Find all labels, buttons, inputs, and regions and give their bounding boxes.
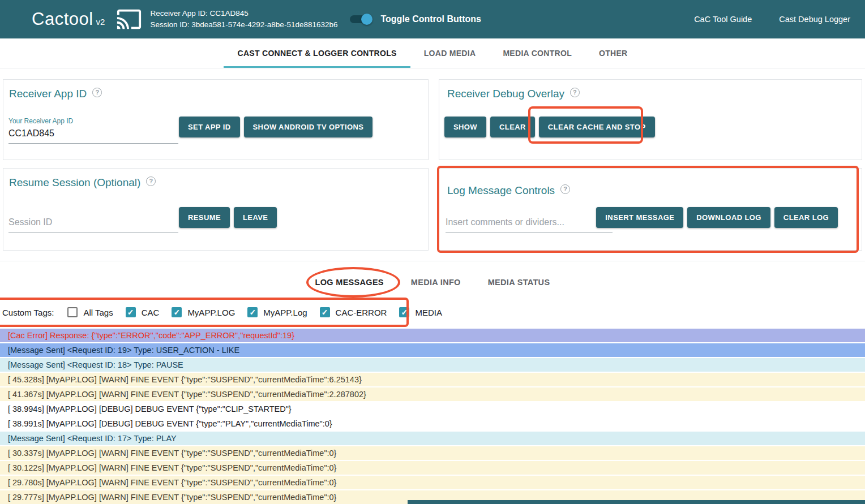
session-info: Receiver App ID: CC1AD845 Session ID: 3b… (150, 8, 337, 31)
log-row: [ 38.991s] [MyAPP.LOG] [DEBUG] DEBUG EVE… (0, 417, 865, 432)
log-row: [ 45.328s] [MyAPP.LOG] [WARN] FINE EVENT… (0, 373, 865, 387)
checkbox-checked-icon[interactable]: ✓ (399, 307, 409, 317)
help-icon[interactable]: ? (560, 184, 570, 194)
custom-tags-label: Custom Tags: (2, 308, 54, 317)
clear-cache-and-stop-button[interactable]: CLEAR CACHE AND STOP (539, 117, 655, 137)
panel-receiver-app-id: Receiver App ID ? Your Receiver App ID S… (3, 79, 429, 160)
show-overlay-button[interactable]: SHOW (444, 117, 486, 137)
custom-tag-label: MyAPP.LOG (187, 308, 235, 317)
log-row: [ 38.994s] [MyAPP.LOG] [DEBUG] DEBUG EVE… (0, 402, 865, 417)
toggle-thumb-icon (361, 14, 372, 25)
insert-message-button[interactable]: INSERT MESSAGE (596, 207, 683, 228)
log-comment-input[interactable] (446, 215, 613, 232)
checkbox-unchecked-icon[interactable] (67, 307, 78, 317)
control-buttons-toggle[interactable] (350, 15, 370, 23)
tab-cast-connect-logger-controls[interactable]: CAST CONNECT & LOGGER CONTROLS (224, 38, 410, 68)
log-row: [ 41.367s] [MyAPP.LOG] [WARN] FINE EVENT… (0, 387, 865, 402)
custom-tag-label: MEDIA (415, 308, 442, 317)
tab-load-media[interactable]: LOAD MEDIA (410, 38, 490, 68)
custom-tags-row: Custom Tags: All Tags✓CAC✓MyAPP.LOG✓MyAP… (0, 298, 455, 326)
session-id-input[interactable] (8, 215, 178, 232)
custom-tag-myapp-log[interactable]: ✓MyAPP.Log (247, 307, 307, 317)
main-tab-bar: CAST CONNECT & LOGGER CONTROLS LOAD MEDI… (0, 38, 865, 68)
panel-title: Receiver App ID ? (9, 88, 102, 100)
custom-tag-media[interactable]: ✓MEDIA (399, 307, 442, 317)
custom-tag-cac[interactable]: ✓CAC (126, 307, 160, 317)
session-id-text: Session ID: 3bdea581-574e-4292-a8be-51de… (150, 19, 337, 31)
panel-title: Log Message Controls ? (447, 184, 570, 197)
download-log-button[interactable]: DOWNLOAD LOG (687, 207, 770, 228)
log-rows: [Cac Error] Response: {"type":"ERROR","c… (0, 329, 865, 504)
custom-tag-cac-error[interactable]: ✓CAC-ERROR (320, 307, 387, 317)
custom-tag-label: CAC-ERROR (336, 308, 387, 317)
panel-receiver-debug-overlay: Receiver Debug Overlay ? SHOW CLEAR CLEA… (439, 79, 862, 160)
log-row: [ 30.337s] [MyAPP.LOG] [WARN] FINE EVENT… (0, 446, 865, 461)
custom-tag-myapp-log[interactable]: ✓MyAPP.LOG (172, 307, 235, 317)
help-icon[interactable]: ? (570, 88, 580, 97)
receiver-app-id-input-block: Your Receiver App ID (8, 117, 178, 144)
partial-divider-bar (408, 500, 865, 504)
app-logo: Cactool v2 (32, 9, 105, 29)
section-divider (0, 261, 865, 261)
log-row: [Message Sent] <Request ID: 19> Type: US… (0, 343, 865, 358)
toggle-label: Toggle Control Buttons (380, 14, 481, 24)
log-tab-bar: LOG MESSAGES MEDIA INFO MEDIA STATUS (0, 266, 865, 298)
clear-overlay-button[interactable]: CLEAR (490, 117, 535, 137)
tab-media-status[interactable]: MEDIA STATUS (474, 278, 564, 287)
log-row: [Message Sent] <Request ID: 17> Type: PL… (0, 432, 865, 446)
log-row: [Cac Error] Response: {"type":"ERROR","c… (0, 329, 865, 343)
panel-title-text: Receiver Debug Overlay (447, 88, 564, 100)
clear-log-button[interactable]: CLEAR LOG (774, 207, 838, 228)
custom-tags-list: All Tags✓CAC✓MyAPP.LOG✓MyAPP.Log✓CAC-ERR… (67, 307, 455, 317)
panel-resume-session: Resume Session (Optional) ? RESUME LEAVE (3, 168, 429, 251)
set-app-id-button[interactable]: SET APP ID (179, 117, 240, 137)
panel-title: Receiver Debug Overlay ? (447, 88, 580, 100)
app-title: Cactool (32, 9, 93, 29)
custom-tag-label: All Tags (83, 308, 113, 317)
checkbox-checked-icon[interactable]: ✓ (247, 307, 258, 317)
resume-button[interactable]: RESUME (179, 207, 230, 228)
receiver-app-id-input[interactable] (8, 126, 178, 144)
header-links: CaC Tool Guide Cast Debug Logger (694, 15, 850, 24)
checkbox-checked-icon[interactable]: ✓ (126, 307, 136, 317)
leave-button[interactable]: LEAVE (234, 207, 277, 228)
session-id-input-block (8, 215, 178, 232)
checkbox-checked-icon[interactable]: ✓ (172, 307, 182, 317)
tab-log-messages[interactable]: LOG MESSAGES (302, 278, 397, 287)
log-row: [Message Sent] <Request ID: 18> Type: PA… (0, 358, 865, 373)
tab-other[interactable]: OTHER (585, 38, 641, 68)
cast-debug-logger-link[interactable]: Cast Debug Logger (779, 15, 850, 24)
panel-title-text: Log Message Controls (447, 184, 555, 197)
panel-title: Resume Session (Optional) ? (9, 176, 156, 189)
panel-log-message-controls: Log Message Controls ? INSERT MESSAGE DO… (439, 168, 862, 251)
log-comment-input-block (446, 215, 613, 232)
show-android-tv-options-button[interactable]: SHOW ANDROID TV OPTIONS (244, 117, 373, 137)
input-label: Your Receiver App ID (8, 117, 178, 125)
panel-title-text: Receiver App ID (9, 88, 87, 100)
tab-media-info[interactable]: MEDIA INFO (397, 278, 474, 287)
log-row: [ 30.122s] [MyAPP.LOG] [WARN] FINE EVENT… (0, 461, 865, 476)
panel-title-text: Resume Session (Optional) (9, 176, 140, 189)
help-icon[interactable]: ? (146, 176, 156, 186)
tab-media-control[interactable]: MEDIA CONTROL (489, 38, 585, 68)
custom-tag-label: CAC (142, 308, 160, 317)
custom-tag-all-tags[interactable]: All Tags (67, 307, 113, 317)
log-row: [ 29.780s] [MyAPP.LOG] [WARN] FINE EVENT… (0, 476, 865, 490)
app-version: v2 (96, 17, 105, 27)
cast-icon (116, 6, 142, 32)
custom-tag-label: MyAPP.Log (263, 308, 307, 317)
app-header: Cactool v2 Receiver App ID: CC1AD845 Ses… (0, 0, 865, 38)
cac-tool-guide-link[interactable]: CaC Tool Guide (694, 15, 752, 24)
receiver-app-id-text: Receiver App ID: CC1AD845 (150, 8, 337, 19)
help-icon[interactable]: ? (92, 88, 102, 97)
checkbox-checked-icon[interactable]: ✓ (320, 307, 330, 317)
